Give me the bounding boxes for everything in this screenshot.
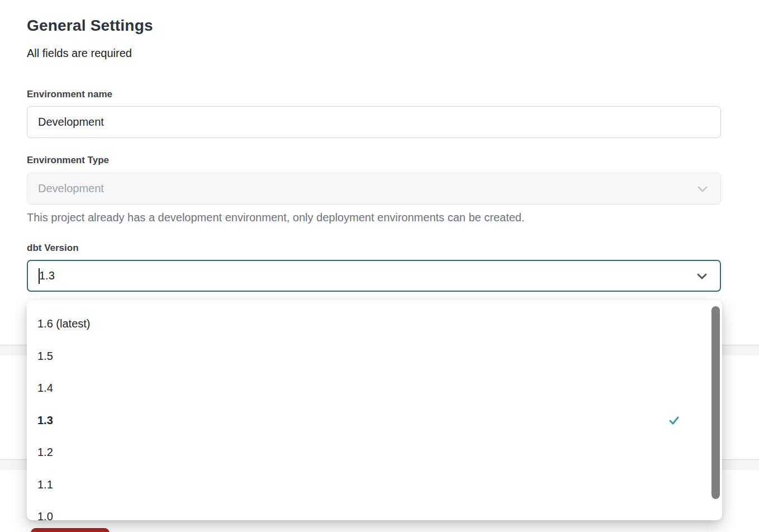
option-label: 1.2 bbox=[37, 446, 53, 459]
page-title: General Settings bbox=[27, 17, 153, 35]
option-label: 1.1 bbox=[37, 478, 53, 491]
dropdown-option-1-2[interactable]: 1.2 bbox=[27, 436, 722, 469]
dropdown-option-1-4[interactable]: 1.4 bbox=[27, 372, 722, 405]
chevron-down-icon bbox=[696, 182, 709, 196]
dropdown-option-1-5[interactable]: 1.5 bbox=[27, 340, 722, 373]
environment-type-select[interactable]: Development bbox=[27, 173, 721, 205]
dbt-version-value: 1.3 bbox=[39, 269, 55, 282]
environment-type-label: Environment Type bbox=[27, 155, 109, 166]
environment-name-input[interactable] bbox=[27, 106, 721, 138]
option-label: 1.4 bbox=[37, 382, 53, 395]
option-label: 1.6 (latest) bbox=[37, 317, 90, 330]
dropdown-option-1-0[interactable]: 1.0 bbox=[27, 501, 722, 520]
dbt-version-label: dbt Version bbox=[27, 243, 79, 254]
environment-type-help-text: This project already has a development e… bbox=[27, 211, 525, 224]
option-label: 1.3 bbox=[37, 414, 53, 427]
dbt-version-dropdown-list: 1.6 (latest) 1.5 1.4 1.3 1.2 1.1 1.0 bbox=[27, 300, 722, 520]
environment-name-label: Environment name bbox=[27, 89, 112, 100]
dropdown-scrollbar[interactable] bbox=[711, 306, 720, 499]
environment-type-value: Development bbox=[38, 182, 104, 195]
dbt-version-combobox[interactable]: 1.3 bbox=[27, 260, 721, 292]
check-icon bbox=[668, 415, 680, 426]
dropdown-option-1-3[interactable]: 1.3 bbox=[27, 405, 722, 437]
option-label: 1.5 bbox=[37, 350, 53, 363]
option-label: 1.0 bbox=[37, 510, 53, 520]
dropdown-option-1-1[interactable]: 1.1 bbox=[27, 469, 722, 501]
page-subtitle: All fields are required bbox=[27, 47, 132, 60]
chevron-down-icon bbox=[695, 269, 709, 283]
dropdown-option-1-6[interactable]: 1.6 (latest) bbox=[27, 308, 722, 340]
danger-button[interactable] bbox=[31, 528, 110, 532]
